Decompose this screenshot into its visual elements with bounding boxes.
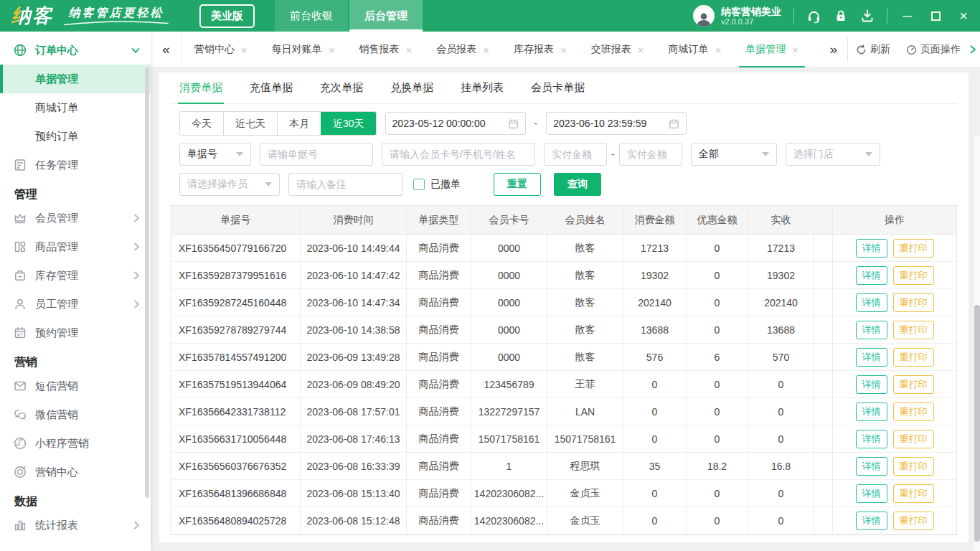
tab-close-icon[interactable]: × [560, 44, 567, 56]
sidebar-item-预约订单[interactable]: 预约订单 [0, 122, 151, 151]
subtab-充次单据[interactable]: 充次单据 [320, 72, 363, 103]
sidebar-item-统计报表[interactable]: 统计报表 [0, 511, 151, 540]
quick-range-近七天[interactable]: 近七天 [223, 112, 277, 135]
service-icon[interactable] [806, 9, 821, 24]
quick-range-近30天[interactable]: 近30天 [321, 112, 376, 135]
reprint-button[interactable]: 重打印 [893, 512, 934, 530]
window-minimize-button[interactable]: ─ [900, 7, 915, 24]
sidebar-item-员工管理[interactable]: 员工管理 [0, 290, 151, 319]
search-button[interactable]: 查询 [554, 173, 601, 196]
open-tab-每日对账单[interactable]: 每日对账单× [260, 32, 347, 67]
detail-button[interactable]: 详情 [856, 293, 887, 312]
subtab-充值单据[interactable]: 充值单据 [250, 72, 293, 103]
header-nav-backoffice[interactable]: 后台管理 [349, 0, 423, 32]
tabs-collapse-button[interactable]: « [151, 32, 182, 67]
detail-button[interactable]: 详情 [856, 266, 887, 285]
tab-close-icon[interactable]: × [638, 44, 644, 56]
reprint-button[interactable]: 重打印 [893, 239, 934, 258]
tab-close-icon[interactable]: × [792, 44, 798, 56]
sidebar-item-预约管理[interactable]: 预约管理 [0, 319, 151, 347]
reprint-button[interactable]: 重打印 [893, 430, 934, 448]
header-nav-cashier[interactable]: 前台收银 [275, 0, 348, 32]
subtab-兑换单据[interactable]: 兑换单据 [390, 72, 433, 103]
date-to-input[interactable] [553, 118, 664, 129]
detail-button[interactable]: 详情 [856, 484, 887, 503]
reprint-button[interactable]: 重打印 [893, 402, 934, 421]
detail-button[interactable]: 详情 [856, 348, 887, 367]
window-maximize-button[interactable] [928, 7, 943, 24]
sidebar-item-商城订单[interactable]: 商城订单 [0, 93, 151, 122]
date-from-input[interactable] [392, 118, 504, 129]
member-search-input[interactable] [382, 143, 535, 166]
quick-range-今天[interactable]: 今天 [180, 112, 223, 135]
quick-range-本月[interactable]: 本月 [277, 112, 321, 135]
download-icon[interactable] [860, 9, 875, 23]
sidebar-item-微信营销[interactable]: 微信营销 [0, 400, 151, 429]
detail-button[interactable]: 详情 [856, 402, 887, 421]
type-select[interactable]: 全部 [691, 143, 777, 166]
detail-button[interactable]: 详情 [856, 512, 887, 530]
tab-close-icon[interactable]: × [715, 44, 722, 56]
remark-input[interactable] [288, 173, 403, 196]
sidebar-item-营销中心[interactable]: 营销中心 [0, 458, 151, 486]
reprint-button[interactable]: 重打印 [893, 266, 934, 285]
subtab-挂单列表[interactable]: 挂单列表 [461, 72, 504, 103]
tab-close-icon[interactable]: × [483, 44, 489, 56]
main-scrollbar-track[interactable]: ▼ [973, 136, 980, 551]
cancelled-checkbox[interactable] [413, 179, 425, 190]
detail-button[interactable]: 详情 [856, 430, 887, 448]
reprint-button[interactable]: 重打印 [893, 484, 934, 503]
sidebar-item-库存管理[interactable]: 库存管理 [0, 261, 151, 290]
tab-close-icon[interactable]: × [329, 44, 335, 56]
operator-select[interactable]: 请选择操作员 [179, 173, 280, 196]
open-tab-商城订单[interactable]: 商城订单× [656, 32, 734, 67]
sidebar-item-短信营销[interactable]: 短信营销 [0, 372, 151, 400]
subtab-会员卡单据[interactable]: 会员卡单据 [531, 72, 585, 103]
sidebar-scrollbar-thumb[interactable] [145, 67, 149, 498]
sidebar-item-会员管理[interactable]: 会员管理 [0, 204, 151, 232]
open-tab-交班报表[interactable]: 交班报表× [579, 32, 656, 67]
main-scrollbar-thumb[interactable] [974, 305, 980, 542]
open-tab-销售报表[interactable]: 销售报表× [347, 32, 425, 67]
open-tab-会员报表[interactable]: 会员报表× [424, 32, 501, 67]
table-cell: XF16356450779166720 [171, 235, 301, 262]
open-tab-营销中心[interactable]: 营销中心× [182, 32, 260, 67]
tabs-expand-button[interactable]: » [819, 32, 847, 67]
edition-badge[interactable]: 美业版 [199, 4, 255, 28]
amount-max-input[interactable] [619, 143, 682, 166]
detail-button[interactable]: 详情 [856, 321, 887, 339]
detail-button[interactable]: 详情 [856, 457, 887, 476]
refresh-button[interactable]: 刷新 [848, 32, 898, 67]
lock-icon[interactable] [834, 9, 848, 23]
bill-no-input[interactable] [260, 143, 373, 166]
sidebar-item-任务管理[interactable]: 任务管理 [0, 151, 151, 179]
user-block[interactable]: 纳客营销美业 v2.0.0.37 [721, 6, 781, 27]
open-tab-单据管理[interactable]: 单据管理× [733, 32, 811, 67]
page-operations-button[interactable]: 页面操作 [898, 32, 969, 67]
detail-button[interactable]: 详情 [856, 239, 887, 258]
sidebar-item-订单中心[interactable]: 订单中心 [0, 36, 151, 65]
reprint-button[interactable]: 重打印 [893, 293, 934, 312]
reprint-button[interactable]: 重打印 [893, 321, 934, 339]
tab-close-icon[interactable]: × [406, 44, 413, 56]
reprint-button[interactable]: 重打印 [893, 375, 934, 394]
sidebar-item-商品管理[interactable]: 商品管理 [0, 232, 151, 261]
reprint-button[interactable]: 重打印 [893, 457, 934, 476]
bill-field-select[interactable]: 单据号 [179, 143, 251, 166]
avatar[interactable] [693, 5, 715, 27]
detail-button[interactable]: 详情 [856, 375, 887, 394]
date-from-input-wrap[interactable] [385, 112, 526, 135]
table-cell: 商品消费 [407, 398, 471, 425]
store-select[interactable]: 选择门店 [786, 143, 880, 166]
sidebar-item-单据管理[interactable]: 单据管理 [0, 65, 151, 93]
tab-close-icon[interactable]: × [241, 44, 248, 56]
sidebar-item-小程序营销[interactable]: 小程序营销 [0, 429, 151, 458]
date-to-input-wrap[interactable] [546, 112, 687, 135]
reprint-button[interactable]: 重打印 [893, 348, 934, 367]
open-tab-库存报表[interactable]: 库存报表× [501, 32, 579, 67]
window-close-button[interactable]: × [956, 7, 971, 24]
amount-min-input[interactable] [544, 143, 607, 166]
tabbar-more-chevron[interactable] [969, 32, 980, 67]
subtab-消费单据[interactable]: 消费单据 [179, 72, 222, 103]
reset-button[interactable]: 重置 [494, 173, 541, 196]
